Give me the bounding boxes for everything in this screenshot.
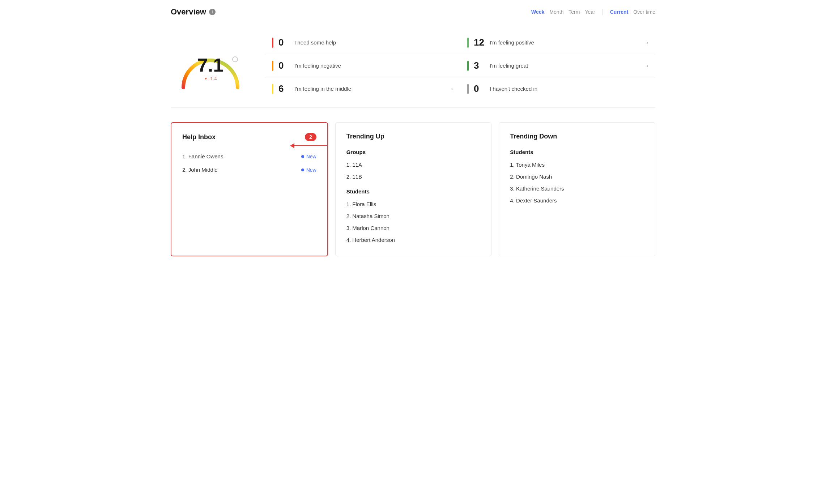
stat-label-negative: I'm feeling negative	[294, 63, 453, 69]
stat-count-2: 6	[278, 83, 289, 94]
stat-bar-orange	[272, 61, 273, 71]
help-inbox-student-1: 1. Fannie Owens	[182, 153, 223, 159]
page-title: Overview	[171, 7, 206, 17]
trending-up-student-1[interactable]: 1. Flora Ellis	[346, 198, 481, 210]
chevron-icon-middle: ›	[451, 86, 453, 91]
stat-label-need-help: I need some help	[294, 39, 453, 46]
trending-up-student-4[interactable]: 4. Herbert Anderson	[346, 234, 481, 246]
stat-feeling-middle[interactable]: 6 I'm feeling in the middle ›	[265, 77, 460, 100]
time-nav-group: Week Month Term Year	[531, 9, 595, 15]
help-inbox-item-2[interactable]: 2. John Middle New	[182, 163, 316, 176]
arrow-body	[294, 145, 327, 146]
trending-down-students-label: Students	[510, 149, 644, 155]
stat-count-3: 12	[474, 37, 485, 48]
stat-label-not-checked: I haven't checked in	[490, 86, 648, 92]
view-group: Current Over time	[610, 9, 655, 15]
trending-down-panel: Trending Down Students 1. Tonya Miles 2.…	[499, 122, 655, 256]
stat-feeling-great[interactable]: 3 I'm feeling great ›	[460, 54, 655, 77]
nav-week[interactable]: Week	[531, 9, 544, 15]
view-current[interactable]: Current	[610, 9, 629, 15]
help-inbox-title: Help Inbox	[182, 133, 216, 141]
trending-down-student-4[interactable]: 4. Dexter Saunders	[510, 195, 644, 206]
stat-feeling-negative[interactable]: 0 I'm feeling negative	[265, 54, 460, 77]
info-icon[interactable]: i	[209, 9, 216, 15]
gauge-container: 7.1 ▼ -1.4	[171, 31, 250, 100]
stat-count-4: 3	[474, 60, 485, 71]
trending-up-panel: Trending Up Groups 1. 11A 2. 11B Student…	[335, 122, 492, 256]
nav-divider	[603, 9, 603, 15]
panels-wrapper: Help Inbox 2 1. Fannie Owens New 2. John…	[171, 122, 655, 256]
status-dot-2	[301, 168, 304, 171]
chevron-icon-positive: ›	[647, 40, 648, 45]
stat-count-0: 0	[278, 37, 289, 48]
trending-down-student-2[interactable]: 2. Domingo Nash	[510, 171, 644, 183]
nav-month[interactable]: Month	[549, 9, 563, 15]
trending-up-group-1[interactable]: 1. 11A	[346, 159, 481, 171]
arrow-tip	[290, 143, 294, 148]
trending-up-students-label: Students	[346, 188, 481, 195]
stat-label-positive: I'm feeling positive	[490, 39, 642, 46]
trending-down-header: Trending Down	[510, 133, 644, 140]
trending-down-student-1[interactable]: 1. Tonya Miles	[510, 159, 644, 171]
stat-bar-green-light	[467, 38, 469, 48]
stats-right-col: 12 I'm feeling positive › 3 I'm feeling …	[460, 31, 655, 100]
help-inbox-item-1[interactable]: 1. Fannie Owens New	[182, 150, 316, 163]
stat-need-help[interactable]: 0 I need some help	[265, 31, 460, 54]
stat-label-middle: I'm feeling in the middle	[294, 86, 446, 92]
svg-point-0	[233, 57, 238, 62]
gauge-value: 7.1	[197, 55, 223, 74]
trending-down-student-3[interactable]: 3. Katherine Saunders	[510, 183, 644, 195]
header-left: Overview i	[171, 7, 216, 17]
help-inbox-status-2: New	[301, 167, 316, 173]
overview-section: 7.1 ▼ -1.4 0 I need some help	[171, 31, 655, 108]
header-nav: Week Month Term Year Current Over time	[531, 9, 655, 15]
stat-label-great: I'm feeling great	[490, 63, 642, 69]
trending-up-groups-label: Groups	[346, 149, 481, 155]
nav-term[interactable]: Term	[569, 9, 580, 15]
gauge-delta: ▼ -1.4	[197, 76, 223, 81]
page-wrapper: Overview i Week Month Term Year Current …	[160, 0, 666, 264]
view-overtime[interactable]: Over time	[633, 9, 655, 15]
trending-up-group-2[interactable]: 2. 11B	[346, 171, 481, 183]
stat-count-1: 0	[278, 60, 289, 71]
stat-not-checked-in[interactable]: 0 I haven't checked in	[460, 77, 655, 100]
nav-year[interactable]: Year	[585, 9, 595, 15]
stat-count-5: 0	[474, 83, 485, 94]
stat-bar-gray	[467, 84, 469, 94]
help-inbox-student-2: 2. John Middle	[182, 167, 218, 173]
help-inbox-status-1: New	[301, 154, 316, 159]
trending-up-student-2[interactable]: 2. Natasha Simon	[346, 210, 481, 222]
stats-grid: 0 I need some help 0 I'm feeling negativ…	[265, 31, 655, 100]
chevron-icon-great: ›	[647, 63, 648, 68]
inter-panel-arrow	[290, 143, 327, 148]
trending-up-header: Trending Up	[346, 133, 481, 140]
trending-down-title: Trending Down	[510, 133, 557, 140]
help-inbox-panel: Help Inbox 2 1. Fannie Owens New 2. John…	[171, 122, 328, 256]
stat-bar-yellow	[272, 84, 273, 94]
gauge-delta-value: -1.4	[209, 76, 217, 81]
gauge-center: 7.1 ▼ -1.4	[197, 55, 223, 81]
header: Overview i Week Month Term Year Current …	[171, 7, 655, 20]
status-dot-1	[301, 155, 304, 158]
stat-bar-red	[272, 38, 273, 48]
trending-up-title: Trending Up	[346, 133, 384, 140]
help-inbox-header: Help Inbox 2	[182, 133, 316, 141]
trending-up-student-3[interactable]: 3. Marlon Cannon	[346, 222, 481, 234]
delta-arrow-icon: ▼	[204, 76, 208, 80]
stat-feeling-positive[interactable]: 12 I'm feeling positive ›	[460, 31, 655, 54]
help-inbox-badge: 2	[305, 133, 316, 141]
stat-bar-green	[467, 61, 469, 71]
stats-left-col: 0 I need some help 0 I'm feeling negativ…	[265, 31, 460, 100]
gauge-wrapper: 7.1 ▼ -1.4	[174, 33, 247, 98]
